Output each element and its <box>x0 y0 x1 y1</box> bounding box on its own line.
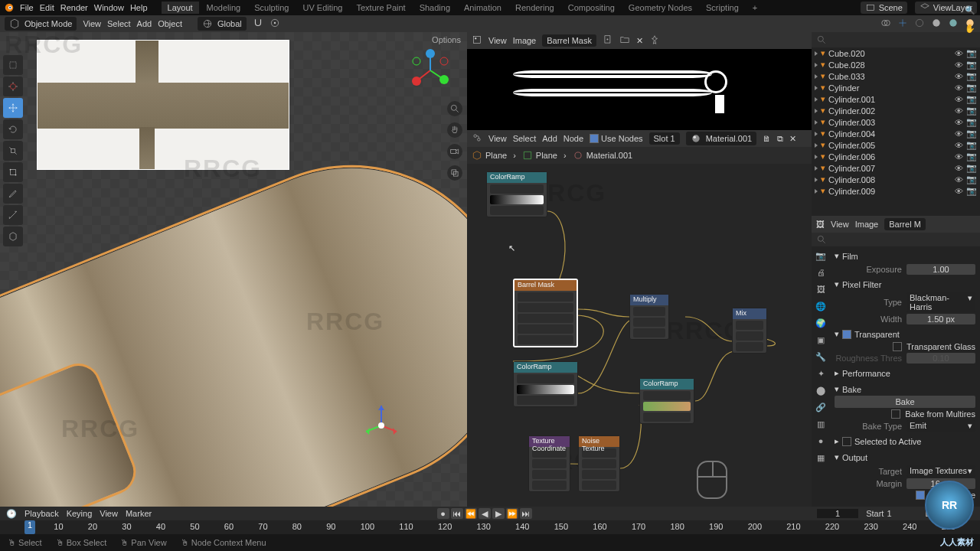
image-selector[interactable]: Barrel Mask <box>542 34 596 47</box>
crumb-mesh[interactable]: Plane <box>536 151 557 160</box>
pan-icon[interactable] <box>447 122 462 138</box>
tab-rendering[interactable]: Rendering <box>509 2 560 14</box>
duplicate-icon[interactable]: ⧉ <box>777 134 783 144</box>
shading-solid-icon[interactable] <box>931 18 942 30</box>
tool-annotate[interactable] <box>3 184 23 204</box>
tab-sculpting[interactable]: Sculpting <box>248 2 295 14</box>
viewport-view[interactable]: View <box>83 19 101 28</box>
crumb-material[interactable]: Material.001 <box>586 151 633 160</box>
editor-type-icon[interactable]: 🖼 <box>816 220 825 229</box>
jump-end-icon[interactable]: ⏭ <box>520 508 532 519</box>
editor-type-icon[interactable] <box>472 34 482 47</box>
section-film[interactable]: ▾ Film <box>835 249 975 262</box>
tab-animation[interactable]: Animation <box>458 2 508 14</box>
node-noise[interactable]: Noise Texture <box>578 435 620 492</box>
tab-geometry-nodes[interactable]: Geometry Nodes <box>622 2 698 14</box>
material-selector[interactable]: Material.001 <box>686 132 757 145</box>
editor-type-icon[interactable] <box>472 132 482 145</box>
unlink-image-icon[interactable]: ✕ <box>636 36 643 46</box>
node-colorramp-1[interactable]: ColorRamp <box>486 171 547 217</box>
playhead[interactable]: 1 <box>24 520 35 534</box>
keyframe-prev-icon[interactable]: ⏪ <box>465 508 477 519</box>
node-texcoord[interactable]: Texture Coordinate <box>528 435 570 492</box>
shader-select[interactable]: Select <box>513 134 537 143</box>
tool-cursor[interactable] <box>3 77 23 96</box>
shader-view[interactable]: View <box>488 134 507 143</box>
slot-selector[interactable]: Slot 1 <box>649 132 680 145</box>
timeline-view[interactable]: View <box>100 509 118 518</box>
transform-gizmo[interactable] <box>358 395 404 442</box>
viewport-add[interactable]: Add <box>137 19 152 28</box>
shader-node[interactable]: Node <box>564 134 583 143</box>
transparent-toggle[interactable] <box>842 330 851 339</box>
outliner-tree[interactable]: ▾Cube.020👁📷 ▾Cube.028👁📷 ▾Cube.033👁📷 ▾Cyl… <box>812 47 980 197</box>
scene-selector[interactable]: Scene <box>861 2 907 14</box>
clear-image-toggle[interactable] <box>916 491 925 500</box>
tool-move[interactable] <box>3 98 23 118</box>
tab-data[interactable]: ▥ <box>813 416 828 432</box>
mode-select[interactable]: Object Mode <box>5 17 77 31</box>
overlays-icon[interactable] <box>880 18 891 30</box>
persp-ortho-icon[interactable] <box>447 165 462 181</box>
tool-add-cube[interactable] <box>3 227 23 246</box>
node-canvas[interactable]: RRCG RRCG RRCG ColorRamp Barrel <box>467 164 812 522</box>
node-multiply[interactable]: Multiply <box>629 294 669 340</box>
timeline-ruler[interactable]: 11020 304050 607080 90100110 120130140 1… <box>0 520 980 533</box>
tab-texture-paint[interactable]: Texture Paint <box>350 2 411 14</box>
timeline-marker[interactable]: Marker <box>126 509 152 518</box>
node-mix[interactable]: Mix <box>732 308 767 354</box>
tab-output[interactable]: 🖨 <box>813 265 828 280</box>
play-rev-icon[interactable]: ◀ <box>479 508 491 519</box>
open-image-icon[interactable] <box>619 34 630 47</box>
tab-layout[interactable]: Layout <box>162 2 199 14</box>
image-image[interactable]: Image <box>513 36 537 45</box>
view-menu[interactable]: View <box>831 220 849 229</box>
viewport-object[interactable]: Object <box>158 19 182 28</box>
section-pixel-filter[interactable]: ▾ Pixel Filter <box>835 278 975 291</box>
bake-multires-toggle[interactable] <box>891 409 900 419</box>
tool-measure[interactable] <box>3 205 23 225</box>
tab-compositing[interactable]: Compositing <box>562 2 621 14</box>
tab-scene[interactable]: 🌐 <box>813 298 828 314</box>
tool-rotate[interactable] <box>3 119 23 139</box>
gizmo-toggle-icon[interactable] <box>897 18 908 30</box>
menu-render[interactable]: Render <box>60 3 88 12</box>
tab-add[interactable]: + <box>746 2 763 14</box>
tab-shading[interactable]: Shading <box>413 2 456 14</box>
use-nodes-toggle[interactable]: Use Nodes <box>590 134 642 143</box>
menu-edit[interactable]: Edit <box>40 3 54 12</box>
jump-start-icon[interactable]: ⏮ <box>451 508 463 519</box>
tab-scripting[interactable]: Scripting <box>700 2 745 14</box>
shading-matprev-icon[interactable] <box>948 18 959 30</box>
menu-file[interactable]: File <box>20 3 34 12</box>
start-frame-field[interactable]: 1 <box>887 509 917 518</box>
snap-icon[interactable] <box>253 18 263 30</box>
unlink-icon[interactable]: ✕ <box>789 134 796 144</box>
filter-type-select[interactable]: Blackman-Harris▾ <box>906 292 975 312</box>
shading-wireframe-icon[interactable] <box>914 18 925 30</box>
crumb-object[interactable]: Plane <box>485 151 507 160</box>
zoom-icon[interactable] <box>447 101 462 116</box>
menu-window[interactable]: Window <box>94 3 124 12</box>
node-colorramp-3[interactable]: ColorRamp <box>639 378 694 424</box>
image-view[interactable]: View <box>488 36 507 45</box>
tab-object[interactable]: ▣ <box>813 332 828 347</box>
timeline-keying[interactable]: Keying <box>67 509 93 518</box>
nav-gizmo[interactable] <box>407 47 453 95</box>
keyframe-next-icon[interactable]: ⏩ <box>506 508 518 519</box>
3d-viewport[interactable]: Options RRCG RRCG RRCG RRCG <box>0 32 467 522</box>
tab-material[interactable]: ● <box>813 433 828 448</box>
node-image-texture[interactable]: Barrel Mask <box>513 279 578 347</box>
tool-transform[interactable] <box>3 162 23 182</box>
section-output[interactable]: ▾ Output <box>835 451 975 464</box>
tab-constraints[interactable]: 🔗 <box>813 399 828 415</box>
node-colorramp-2[interactable]: ColorRamp <box>513 361 578 407</box>
tab-modifier[interactable]: 🔧 <box>813 349 828 364</box>
props-search[interactable] <box>812 233 980 246</box>
section-sel-to-active[interactable]: ▸ Selected to Active <box>835 435 975 448</box>
zoom-icon[interactable]: 🔍 <box>963 3 977 17</box>
tab-world[interactable]: 🌍 <box>813 315 828 331</box>
pin-icon[interactable] <box>649 34 660 47</box>
transparent-glass-toggle[interactable] <box>893 342 902 351</box>
section-bake[interactable]: ▾ Bake <box>835 383 975 396</box>
